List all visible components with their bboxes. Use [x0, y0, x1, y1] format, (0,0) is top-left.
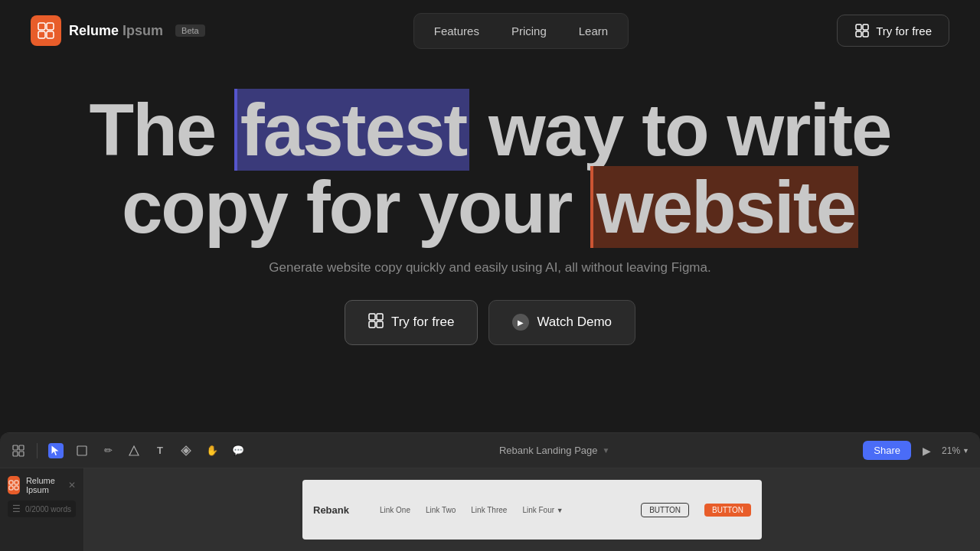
- btn-secondary-label: Watch Demo: [537, 315, 612, 330]
- nav-link-pricing[interactable]: Pricing: [496, 18, 562, 44]
- beta-badge: Beta: [175, 24, 205, 37]
- svg-rect-18: [9, 481, 13, 484]
- svg-rect-14: [13, 452, 18, 456]
- toolbar-sep-1: [37, 443, 38, 458]
- hero-try-free-button[interactable]: Try for free: [345, 300, 479, 345]
- hero-buttons: Try for free ▶ Watch Demo: [31, 300, 949, 345]
- figma-toolbar: ✏ T ✋ 💬 Rebank Landing Page ▼ Share ▶ 21…: [0, 433, 980, 468]
- nav-cta-label: Try for free: [876, 24, 932, 37]
- logo-text: Relume Ipsum: [69, 23, 163, 39]
- svg-rect-13: [19, 445, 24, 450]
- hero-section: The fastest way to write copy for your w…: [0, 61, 980, 345]
- toolbar-center: Rebank Landing Page ▼: [256, 445, 852, 456]
- hero-highlight-website: website: [590, 166, 858, 248]
- share-button[interactable]: Share: [863, 441, 911, 460]
- logo: Relume Ipsum Beta: [31, 15, 205, 46]
- text-icon[interactable]: T: [152, 443, 168, 458]
- hamburger-icon[interactable]: ☰: [12, 504, 21, 514]
- word-count-text: 0/2000 words: [25, 505, 71, 514]
- play-run-icon[interactable]: ▶: [919, 443, 934, 458]
- figma-canvas: Rebank Link One Link Two Link Three Link…: [84, 468, 980, 551]
- panel-close-icon[interactable]: ✕: [68, 480, 76, 491]
- svg-rect-15: [19, 452, 24, 456]
- svg-rect-19: [15, 481, 18, 484]
- svg-rect-6: [856, 31, 861, 37]
- svg-rect-0: [38, 23, 45, 30]
- svg-rect-9: [377, 314, 383, 320]
- pen-icon[interactable]: ✏: [100, 443, 116, 458]
- hero-subtitle: Generate website copy quickly and easily…: [31, 260, 949, 276]
- canvas-nav-link-1: Link One: [380, 506, 410, 514]
- svg-rect-10: [369, 321, 375, 328]
- nav-link-features[interactable]: Features: [419, 18, 495, 44]
- hero-line1: The fastest way to write: [90, 89, 891, 171]
- nav-links: Features Pricing Learn: [413, 13, 629, 49]
- svg-rect-8: [369, 314, 375, 320]
- hand-icon[interactable]: ✋: [204, 443, 220, 458]
- figma-mockup: ✏ T ✋ 💬 Rebank Landing Page ▼ Share ▶ 21…: [0, 432, 980, 551]
- plugin-title: Relume Ipsum: [26, 476, 62, 494]
- svg-rect-3: [47, 31, 54, 38]
- chevron-down-icon[interactable]: ▼: [603, 446, 610, 455]
- svg-rect-5: [863, 24, 868, 30]
- logo-icon: [31, 15, 61, 46]
- hero-line2: copy for your website: [122, 166, 858, 248]
- panel-header: Relume Ipsum ✕: [8, 476, 76, 494]
- navbar: Relume Ipsum Beta Features Pricing Learn…: [0, 0, 980, 61]
- figma-content: Relume Ipsum ✕ ☰ 0/2000 words Rebank Lin…: [0, 468, 980, 551]
- btn-primary-label: Try for free: [391, 315, 455, 330]
- zoom-level[interactable]: 21% ▼: [942, 445, 969, 456]
- svg-rect-12: [13, 445, 18, 450]
- svg-rect-1: [47, 23, 54, 30]
- btn-primary-icon: [368, 313, 384, 332]
- canvas-logo: Rebank: [313, 504, 349, 516]
- svg-rect-7: [863, 31, 868, 37]
- canvas-title: Rebank Landing Page: [499, 445, 598, 456]
- svg-rect-16: [77, 446, 87, 455]
- figma-grid-icon[interactable]: [11, 443, 26, 458]
- grid-icon: [854, 23, 870, 38]
- svg-marker-17: [129, 446, 139, 455]
- hero-highlight-fastest: fastest: [234, 89, 469, 171]
- svg-rect-2: [38, 31, 45, 38]
- component-icon[interactable]: [178, 443, 194, 458]
- canvas-btn-filled: BUTTON: [704, 504, 751, 517]
- cursor-icon[interactable]: [48, 443, 64, 458]
- nav-cta-button[interactable]: Try for free: [837, 15, 949, 47]
- word-count-display: ☰ 0/2000 words: [8, 500, 76, 517]
- canvas-nav-link-2: Link Two: [426, 506, 456, 514]
- canvas-btn-outline: BUTTON: [641, 503, 689, 517]
- svg-rect-4: [856, 24, 861, 30]
- shape-icon[interactable]: [126, 443, 142, 458]
- frame-icon[interactable]: [74, 443, 90, 458]
- toolbar-right: Share ▶ 21% ▼: [863, 441, 969, 460]
- play-icon: ▶: [512, 314, 529, 331]
- canvas-nav-chevron: ▼: [557, 507, 564, 514]
- canvas-nav-link-4: Link Four ▼: [522, 506, 563, 514]
- figma-plugin-panel: Relume Ipsum ✕ ☰ 0/2000 words: [0, 468, 84, 551]
- hero-heading: The fastest way to write copy for your w…: [31, 92, 949, 246]
- hero-watch-demo-button[interactable]: ▶ Watch Demo: [488, 300, 635, 345]
- nav-link-learn[interactable]: Learn: [564, 18, 623, 44]
- canvas-frame: Rebank Link One Link Two Link Three Link…: [302, 480, 762, 540]
- svg-rect-20: [9, 486, 13, 490]
- comment-icon[interactable]: 💬: [230, 443, 246, 458]
- svg-rect-21: [15, 486, 18, 490]
- canvas-nav-link-3: Link Three: [471, 506, 507, 514]
- svg-rect-11: [377, 321, 383, 328]
- plugin-logo: [8, 476, 20, 494]
- zoom-chevron: ▼: [962, 447, 969, 455]
